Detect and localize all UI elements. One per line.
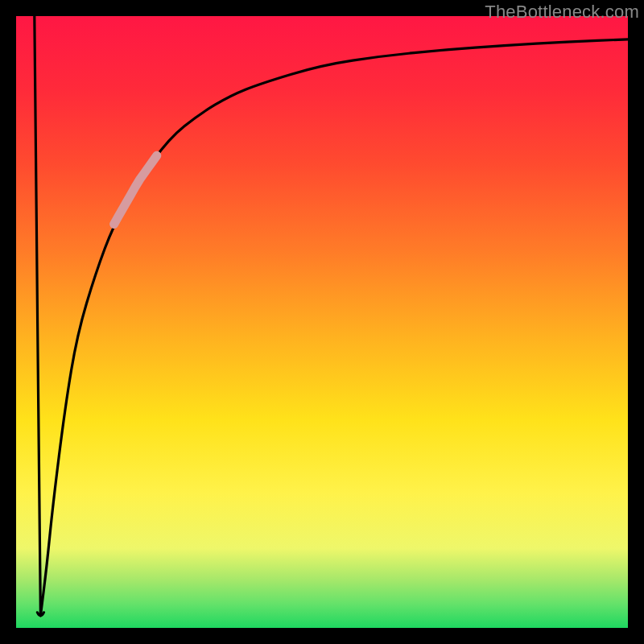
curve-layer xyxy=(16,16,628,628)
curve-highlight-segment xyxy=(114,155,157,224)
watermark-text: TheBottleneck.com xyxy=(485,2,639,23)
bottleneck-curve xyxy=(35,16,628,616)
plot-area xyxy=(16,16,628,628)
chart-stage: TheBottleneck.com xyxy=(0,0,644,644)
